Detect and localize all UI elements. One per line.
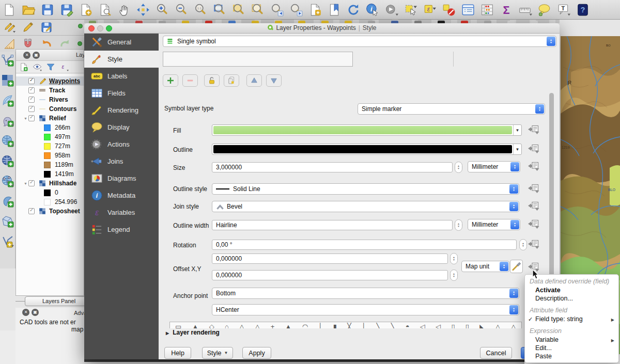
layers-panel-tab[interactable]: Layers Panel	[25, 296, 93, 306]
close-panel-icon[interactable]: ✕	[23, 52, 30, 59]
offset-x-stepper[interactable]	[450, 253, 458, 264]
legend-class-row[interactable]: ▼0	[16, 188, 84, 197]
menu-item-edit[interactable]: Edit...	[525, 344, 618, 352]
new-composer-icon[interactable]	[79, 3, 92, 17]
deselect-features-icon[interactable]	[442, 3, 456, 17]
tab-actions[interactable]: Actions	[84, 136, 159, 153]
layer-visibility-checkbox[interactable]	[28, 87, 35, 93]
cad-tools-icon[interactable]	[3, 38, 16, 50]
tab-general[interactable]: General	[84, 34, 159, 51]
renderer-select[interactable]: Single symbol	[163, 36, 556, 47]
preset-symbol[interactable]: ▲	[285, 322, 291, 328]
layer-visibility-checkbox[interactable]	[28, 78, 35, 84]
preset-symbol[interactable]: ▯	[466, 322, 469, 328]
undock-panel-icon[interactable]: ▣	[32, 309, 39, 316]
add-vector-layer-icon[interactable]	[1, 54, 14, 67]
zoom-window-icon[interactable]	[106, 25, 112, 31]
open-project-icon[interactable]	[22, 3, 35, 17]
new-virtual-layer-icon[interactable]	[1, 235, 14, 248]
add-wcs-layer-icon[interactable]	[1, 195, 14, 208]
preset-symbol[interactable]: △	[495, 322, 500, 328]
apply-button[interactable]: Apply	[242, 347, 271, 359]
legend-class-row[interactable]: ▼727m	[16, 141, 84, 151]
legend-class-row[interactable]: ▼1189m	[16, 160, 84, 169]
legend-class-row[interactable]: ▼497m	[16, 132, 84, 141]
style-menu-button[interactable]: Style▼	[202, 347, 233, 359]
preset-symbol[interactable]: ▮	[333, 322, 337, 328]
show-bookmarks-icon[interactable]	[328, 3, 341, 17]
legend-class-row[interactable]: ▼266m	[16, 123, 84, 132]
outline-data-defined-override-button[interactable]	[528, 144, 540, 154]
new-shapefile-layer-icon[interactable]	[1, 215, 14, 228]
add-mssql-layer-icon[interactable]	[1, 154, 14, 167]
zoom-in-icon[interactable]	[156, 3, 169, 17]
preset-symbol[interactable]: ◓	[406, 322, 410, 328]
undo-icon[interactable]	[40, 38, 53, 50]
outline-width-stepper[interactable]	[455, 219, 462, 231]
layer-row-rivers[interactable]: ▼Rivers	[16, 95, 84, 104]
preset-symbol[interactable]: △	[239, 322, 244, 328]
undock-panel-icon[interactable]: ▣	[33, 52, 40, 59]
pan-to-selection-icon[interactable]	[136, 3, 150, 17]
statistical-summary-icon[interactable]: Σ	[500, 3, 513, 17]
anchor-vertical-select[interactable]: Bottom	[212, 288, 519, 299]
offset-y-input[interactable]: 0,000000	[212, 270, 448, 280]
layer-row-track[interactable]: ▼Track	[16, 86, 84, 95]
symbol-layer-type-select[interactable]: Simple marker	[358, 103, 545, 115]
zoom-to-layer-icon[interactable]	[232, 3, 245, 17]
layer-row-toposheet[interactable]: ▼Toposheet	[16, 207, 84, 216]
preset-symbol[interactable]: ◁	[420, 322, 425, 328]
legend-class-row[interactable]: ▼254.996	[16, 197, 84, 207]
preset-symbol[interactable]: △	[511, 322, 516, 328]
zoom-out-icon[interactable]	[175, 3, 188, 17]
layer-visibility-checkbox[interactable]	[28, 97, 35, 103]
outline-width-data-defined-override-button[interactable]	[528, 219, 540, 229]
remove-symbol-layer-button[interactable]	[182, 74, 198, 87]
new-bookmark-icon[interactable]	[308, 3, 322, 17]
map-tips-icon[interactable]	[538, 3, 551, 17]
zoom-to-selection-icon[interactable]	[251, 3, 265, 17]
menu-item-field-type-string[interactable]: Field type: string▶	[525, 315, 618, 323]
cancel-button[interactable]: Cancel	[480, 347, 512, 359]
close-panel-icon[interactable]: ✕	[22, 309, 29, 316]
save-project-icon[interactable]	[41, 3, 54, 17]
offset-x-input[interactable]: 0,000000	[212, 254, 448, 264]
tab-display[interactable]: Display	[84, 119, 159, 136]
new-project-icon[interactable]	[3, 3, 16, 17]
pan-map-icon[interactable]	[117, 3, 131, 17]
manage-visibility-icon[interactable]	[33, 62, 42, 72]
text-annotation-icon[interactable]: T	[557, 3, 570, 17]
outline-width-input[interactable]: Hairline	[212, 220, 453, 230]
measure-line-icon[interactable]	[519, 3, 532, 17]
tab-rendering[interactable]: Rendering	[84, 102, 159, 119]
zoom-last-icon[interactable]	[270, 3, 284, 17]
tab-legend[interactable]: Legend	[84, 221, 159, 238]
tab-style[interactable]: Style	[84, 51, 159, 68]
layer-row-hillshade[interactable]: ▼Hillshade	[16, 179, 84, 188]
preset-symbol[interactable]: ⌂	[225, 322, 229, 328]
add-postgis-layer-icon[interactable]	[1, 114, 14, 127]
snapping-icon[interactable]	[22, 38, 34, 50]
run-feature-action-icon[interactable]	[385, 3, 398, 17]
zoom-next-icon[interactable]	[289, 3, 303, 17]
tab-fields[interactable]: Fields	[84, 85, 159, 102]
add-symbol-layer-button[interactable]	[163, 74, 178, 87]
preset-symbol[interactable]: ◁	[436, 322, 441, 328]
help-contents-icon[interactable]: ?	[576, 3, 590, 17]
redo-icon[interactable]	[59, 38, 71, 50]
offset-unit-select[interactable]: Map unit	[461, 261, 509, 272]
size-stepper[interactable]	[455, 162, 462, 173]
tab-joins[interactable]: Joins	[84, 153, 159, 170]
select-by-expression-icon[interactable]: ε	[423, 3, 437, 17]
toggle-editing-icon[interactable]	[22, 21, 34, 34]
expander-icon[interactable]: ▼	[23, 182, 28, 185]
preset-symbol[interactable]: ◣	[479, 322, 485, 328]
filter-legend-icon[interactable]	[46, 62, 55, 72]
open-attribute-table-icon[interactable]	[461, 3, 475, 17]
rotation-input[interactable]: 0,00 °	[212, 240, 517, 250]
preset-symbol[interactable]: ◠	[302, 322, 308, 328]
offset-y-stepper[interactable]	[450, 270, 458, 281]
add-spatialite-layer-icon[interactable]	[1, 134, 14, 147]
dialog-title-bar[interactable]: Layer Properties - Waypoints|Style	[84, 23, 560, 34]
tab-diagrams[interactable]: Diagrams	[84, 170, 159, 187]
